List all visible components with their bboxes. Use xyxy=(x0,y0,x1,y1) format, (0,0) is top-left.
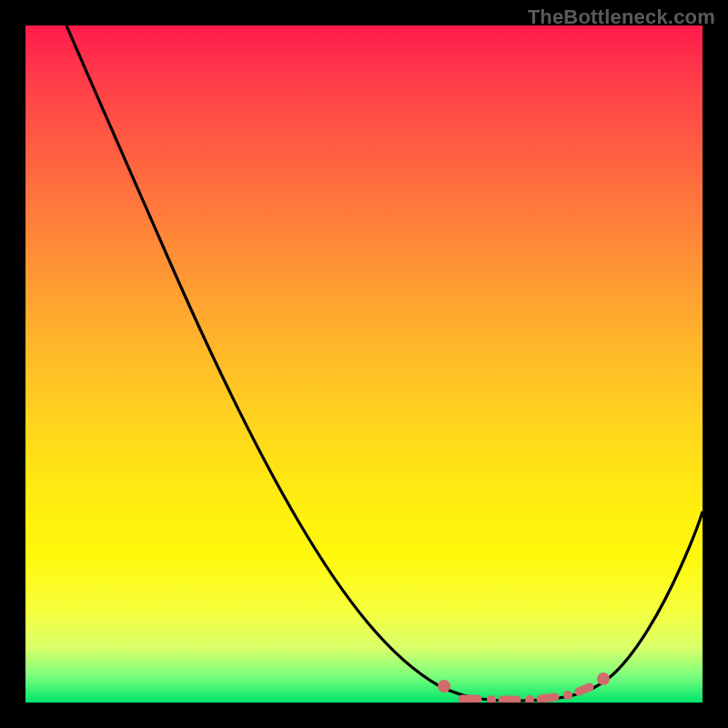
valley-marker-dot xyxy=(525,695,534,703)
valley-marker-dot xyxy=(563,691,572,700)
valley-marker-dot xyxy=(438,680,450,693)
valley-marker-dash xyxy=(541,697,555,699)
chart-plot-area xyxy=(25,25,703,703)
chart-curve-svg xyxy=(25,25,703,703)
valley-marker-dash xyxy=(579,687,590,692)
watermark-text: TheBottleneck.com xyxy=(528,5,715,29)
bottleneck-curve xyxy=(66,25,703,701)
valley-marker-dot xyxy=(487,695,496,703)
valley-marker-dot xyxy=(597,672,610,685)
